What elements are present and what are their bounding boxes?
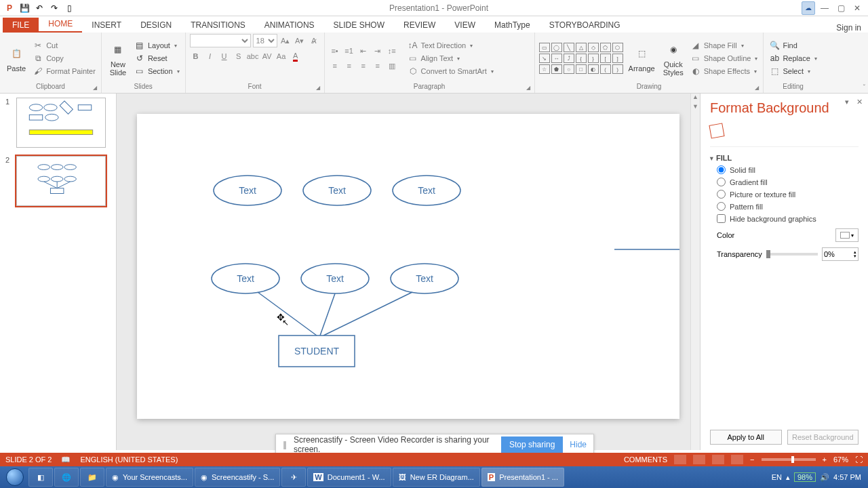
slide[interactable]: Text Text Text Text Text Text STUDENT ✥ …: [137, 114, 679, 419]
taskbar-word[interactable]: WDocument1 - W...: [307, 468, 391, 487]
arrange-button[interactable]: ⬚Arrange: [626, 43, 658, 74]
save-icon[interactable]: 💾: [18, 1, 31, 15]
hide-bg-graphics-option[interactable]: Hide background graphics: [717, 214, 859, 223]
italic-icon[interactable]: I: [204, 50, 216, 62]
numbering-icon[interactable]: ≡1: [343, 45, 355, 57]
decrease-font-icon[interactable]: A▾: [294, 35, 306, 47]
dialog-launcher-icon[interactable]: ◢: [93, 85, 97, 91]
zoom-in-icon[interactable]: +: [823, 455, 827, 464]
copy-button[interactable]: ⧉Copy: [31, 52, 97, 64]
decrease-indent-icon[interactable]: ⇤: [357, 45, 370, 57]
layout-button[interactable]: ▤Layout▾: [133, 39, 181, 52]
replace-button[interactable]: abReplace▾: [768, 52, 818, 64]
tab-file[interactable]: FILE: [3, 18, 39, 33]
section-button[interactable]: ▭Section▾: [133, 65, 181, 77]
tab-design[interactable]: DESIGN: [131, 18, 181, 33]
text-direction-button[interactable]: ↕AText Direction▾: [406, 39, 495, 52]
undo-icon[interactable]: ↶: [33, 1, 46, 15]
color-picker[interactable]: ▾: [835, 228, 859, 242]
shape-oval-3[interactable]: Text: [393, 176, 460, 205]
taskbar-chrome-1[interactable]: ◉Your Screencasts...: [106, 468, 193, 487]
fill-bucket-icon[interactable]: [709, 123, 724, 138]
dialog-launcher-icon[interactable]: ◢: [316, 85, 320, 91]
strikethrough-icon[interactable]: abc: [247, 50, 259, 62]
slide-indicator[interactable]: SLIDE 2 OF 2: [5, 455, 52, 464]
taskbar-explorer[interactable]: 📁: [80, 468, 104, 487]
transparency-slider[interactable]: [766, 253, 818, 256]
onedrive-badge[interactable]: ☁: [802, 1, 815, 15]
shape-oval-6[interactable]: Text: [391, 264, 458, 293]
reset-background-button[interactable]: Reset Background: [787, 430, 859, 445]
bullets-icon[interactable]: ≡•: [329, 45, 341, 57]
select-button[interactable]: ⬚Select▾: [768, 65, 818, 77]
taskbar-app-1[interactable]: ◧: [28, 468, 53, 487]
columns-icon[interactable]: ▥: [386, 60, 398, 72]
clear-formatting-icon[interactable]: A̷: [308, 35, 320, 47]
reading-view-icon[interactable]: [712, 455, 724, 464]
shape-outline-button[interactable]: ▭Shape Outline▾: [689, 52, 760, 64]
tab-view[interactable]: VIEW: [445, 18, 485, 33]
shape-rectangle-student[interactable]: STUDENT: [279, 336, 355, 367]
shadow-icon[interactable]: S: [233, 50, 245, 62]
shape-effects-button[interactable]: ◐Shape Effects▾: [689, 65, 760, 77]
dialog-launcher-icon[interactable]: ◢: [755, 85, 759, 91]
align-center-icon[interactable]: ≡: [343, 60, 355, 72]
shape-oval-5[interactable]: Text: [301, 264, 369, 293]
line-spacing-icon[interactable]: ↕≡: [386, 45, 398, 57]
underline-icon[interactable]: U: [218, 50, 231, 62]
restore-button[interactable]: ▢: [834, 1, 848, 15]
change-case-icon[interactable]: Aa: [275, 50, 288, 62]
shape-fill-button[interactable]: ◢Shape Fill▾: [689, 39, 760, 52]
slide-sorter-view-icon[interactable]: [693, 455, 705, 464]
tab-home[interactable]: HOME: [39, 16, 82, 33]
sign-in-link[interactable]: Sign in: [836, 23, 868, 33]
convert-smartart-button[interactable]: ⬡Convert to SmartArt▾: [406, 65, 495, 77]
font-name-combo[interactable]: [190, 34, 251, 47]
tab-insert[interactable]: INSERT: [82, 18, 131, 33]
tray-battery[interactable]: 98%: [794, 472, 816, 482]
shape-oval-4[interactable]: Text: [212, 264, 279, 293]
spell-check-icon[interactable]: 📖: [61, 455, 71, 464]
tab-transitions[interactable]: TRANSITIONS: [181, 18, 255, 33]
taskbar-chrome-2[interactable]: ◉Screencastify - S...: [195, 468, 280, 487]
hide-sharing-button[interactable]: Hide: [570, 440, 587, 449]
stop-sharing-button[interactable]: Stop sharing: [501, 436, 563, 453]
tray-clock[interactable]: 4:57 PM: [833, 473, 861, 481]
shape-oval-2[interactable]: Text: [303, 176, 371, 205]
dialog-launcher-icon[interactable]: ◢: [526, 85, 530, 91]
slide-canvas-area[interactable]: Text Text Text Text Text Text STUDENT ✥ …: [117, 94, 700, 450]
collapse-ribbon-icon[interactable]: ˇ: [863, 84, 865, 92]
align-left-icon[interactable]: ≡: [329, 60, 341, 72]
start-from-beginning-icon[interactable]: ▯: [62, 1, 76, 15]
increase-font-icon[interactable]: A▴: [279, 35, 292, 47]
apply-to-all-button[interactable]: Apply to All: [710, 430, 782, 445]
picture-fill-option[interactable]: Picture or texture fill: [717, 190, 859, 199]
taskbar-powerpoint[interactable]: PPresentation1 - ...: [481, 468, 564, 487]
tray-network-icon[interactable]: 🔊: [820, 473, 829, 482]
transparency-spinner[interactable]: 0%▴▾: [822, 247, 859, 261]
paste-button[interactable]: 📋 Paste: [4, 43, 28, 74]
zoom-slider[interactable]: [762, 458, 816, 461]
gradient-fill-option[interactable]: Gradient fill: [717, 178, 859, 186]
taskbar-app-2[interactable]: 🌐: [54, 468, 79, 487]
character-spacing-icon[interactable]: AV: [261, 50, 273, 62]
close-button[interactable]: ✕: [850, 1, 864, 15]
redo-icon[interactable]: ↷: [47, 1, 61, 15]
increase-indent-icon[interactable]: ⇥: [372, 45, 384, 57]
tab-review[interactable]: REVIEW: [394, 18, 445, 33]
slideshow-view-icon[interactable]: [731, 455, 743, 464]
quick-styles-button[interactable]: ◉Quick Styles: [660, 39, 686, 78]
font-size-combo[interactable]: 18: [253, 34, 277, 47]
normal-view-icon[interactable]: [674, 455, 686, 464]
pane-options-icon[interactable]: ▾: [842, 98, 852, 107]
font-color-icon[interactable]: A: [290, 50, 302, 62]
tray-language[interactable]: EN: [772, 473, 782, 481]
connector-line[interactable]: [258, 292, 317, 336]
tab-slideshow[interactable]: SLIDE SHOW: [324, 18, 394, 33]
tab-storyboarding[interactable]: STORYBOARDING: [540, 18, 630, 33]
tray-show-hidden-icon[interactable]: ▴: [786, 473, 790, 482]
new-slide-button[interactable]: ▦ New Slide: [106, 39, 130, 78]
align-text-button[interactable]: ▭Align Text▾: [406, 52, 495, 64]
language-indicator[interactable]: ENGLISH (UNITED STATES): [80, 455, 178, 464]
bold-icon[interactable]: B: [190, 50, 202, 62]
